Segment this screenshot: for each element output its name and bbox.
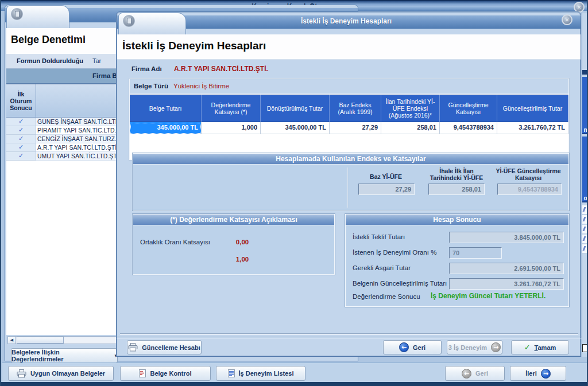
deneyim-orani-field[interactable]: 70 <box>449 247 502 259</box>
field-label: Yİ-ÜFE Güncelleştirme Katsayısı <box>494 167 563 181</box>
asgari-tutar-label: Gerekli Asgari Tutar <box>353 264 411 271</box>
form-bar-fragment: Tar <box>92 57 101 64</box>
clipped-header-fragment: o <box>582 137 588 202</box>
column-header[interactable]: Güncelleştirme Katsayısı <box>440 95 497 122</box>
window-frame-bottom <box>1 382 588 386</box>
guncelleme-hesabi-button[interactable]: Güncelleme Hesabı <box>127 340 202 354</box>
column-header[interactable]: Dönüştürülmüş Tutar <box>261 95 330 122</box>
belge-turu-bar: Belge Türü Yüklenici İş Bitirme <box>130 79 568 94</box>
belge-turu-label: Belge Türü <box>134 83 168 89</box>
is-deneyim-dialog: İstekli İş Deneyim Hesapları ✕ İstekli İ… <box>116 11 581 357</box>
dialog-heading: İstekli İş Deneyim Hesapları <box>122 40 266 52</box>
back-arrow-icon: ← <box>462 369 471 379</box>
check-icon: ✓ <box>6 118 36 126</box>
check-icon: ✓ <box>6 152 36 161</box>
asgari-tutar-field[interactable]: 2.691.500,00 TL <box>449 263 564 274</box>
ortaklik-orani-value: 0,00 <box>225 239 260 245</box>
geri-nav-button[interactable]: ← Geri <box>445 366 505 381</box>
table-cell[interactable]: 345.000,00 TL <box>261 122 330 134</box>
komisyon-window: Komisyon Kapalı Oturumu ✕ Belge Denetimi… <box>0 0 588 386</box>
background-window-edge: n o <box>582 13 588 357</box>
column-header[interactable]: İlan Tarihindeki Yİ-ÜFE Endeksi (Ağustos… <box>381 95 440 122</box>
column-header[interactable]: Belge Tutarı <box>130 95 202 122</box>
hesap-sonucu-section: Hesap Sonucu İstekli Teklif Tutarı 3.845… <box>345 214 569 307</box>
uygun-olmayan-belgeler-button[interactable]: Uygun Olmayan Belgeler <box>8 366 114 381</box>
table-cell[interactable]: 3.261.760,72 TL <box>497 122 568 134</box>
belge-turu-value: Yüklenici İş Bitirme <box>173 83 229 89</box>
table-cell[interactable]: 258,01 <box>381 122 440 134</box>
check-icon: ✓ <box>6 143 36 152</box>
form-bar-label: Formun Doldurulduğu <box>17 57 83 64</box>
divider <box>120 333 578 335</box>
table-cell[interactable]: 9,4543788934 <box>440 122 497 134</box>
column-header[interactable]: Baz Endeks (Aralık 1999) <box>330 95 381 122</box>
is-deneyim-nav-button[interactable]: 3 İş Deneyim → <box>447 340 502 354</box>
firma-adi-label: Firma Adı <box>131 65 162 72</box>
katsayi-value: 1,00 <box>225 256 260 263</box>
dialog-title: İstekli İş Deneyim Hesapları <box>185 17 507 25</box>
sonuc-label: Değerlendirme Sonucu <box>353 293 420 300</box>
ilan-yiufe-field[interactable]: 258,01 <box>428 184 485 195</box>
guncel-tutar-field[interactable]: 3.261.760,72 TL <box>449 278 564 290</box>
table-cell[interactable]: 1,000 <box>202 122 261 134</box>
guncel-tutar-label: Belgenin Güncelleştirilmiş Tutarı <box>353 280 447 287</box>
check-icon: ✓ <box>6 126 36 135</box>
teklif-tutari-field[interactable]: 3.845.000,00 TL <box>449 232 564 243</box>
teklif-tutari-label: İstekli Teklif Tutarı <box>353 233 405 240</box>
endeks-section: Hesaplamada Kullanılan Endeks ve Katsayı… <box>133 153 569 210</box>
close-icon[interactable]: ✕ <box>562 14 572 25</box>
page-title: Belge Denetimi <box>11 34 86 46</box>
column-header-ilk-oturum[interactable]: İlk Oturum Sonucu <box>6 84 36 118</box>
table-cell-selected[interactable]: 345.000,00 TL <box>130 122 202 134</box>
window-doc-icon <box>11 8 23 20</box>
bottom-toolbar: Uygun Olmayan Belgeler Belge Kontrol İş … <box>2 362 588 382</box>
geri-button[interactable]: ← Geri <box>383 340 442 354</box>
dropdown-label: Belgelere İlişkin Değerlendirmeler <box>11 349 110 362</box>
scrollbar-thumb[interactable] <box>17 337 64 344</box>
ortaklik-orani-label: Ortaklık Oranı Katsayısı <box>140 239 210 245</box>
firma-adi-value: A.R.T YAPI SAN.TCİ.LTD.ŞTİ. <box>174 65 268 73</box>
belge-table: Belge Tutarı Değerlendirme Katsayısı (*)… <box>130 95 568 136</box>
status-badge: İş Deneyim Güncel Tutarı YETERLİ. <box>431 292 546 300</box>
firma-group-header-fragment: Firma B <box>92 72 117 79</box>
is-deneyim-listesi-button[interactable]: İş Deneyim Listesi <box>216 366 305 381</box>
document-icon <box>139 369 146 377</box>
baz-yiufe-field[interactable]: 27,29 <box>358 184 415 195</box>
deneyim-orani-label: İstenen İş Deneyimi Oranı % <box>353 249 436 256</box>
check-icon: ✓ <box>6 135 36 143</box>
forward-arrow-icon: → <box>491 342 501 352</box>
printer-icon <box>17 369 26 378</box>
hesap-section-title: Hesap Sonucu <box>346 215 568 225</box>
column-header[interactable]: Güncelleştirilmiş Tutar <box>497 95 568 122</box>
tamam-button[interactable]: ✓ Tamam <box>511 340 569 354</box>
katsayi-section: (*) Değerlendirme Katsayısı Açıklaması O… <box>133 214 335 275</box>
guncellestirme-katsayisi-field[interactable]: 9,4543788934 <box>497 184 562 195</box>
degerlendirmeler-dropdown-button[interactable]: Belgelere İlişkin Değerlendirmeler ▾ <box>11 348 118 363</box>
divider <box>347 167 348 208</box>
field-label: İhale İlk İlan Tarihindeki Yİ-ÜFE <box>425 167 488 181</box>
forward-arrow-icon: → <box>541 369 551 379</box>
check-icon: ✓ <box>524 343 531 352</box>
dialog-heading-strip: İstekli İş Deneyim Hesapları <box>117 34 581 60</box>
list-document-icon <box>228 369 235 377</box>
table-cell[interactable]: 27,29 <box>330 122 381 134</box>
clipped-header-fragment: n <box>582 77 588 134</box>
katsayi-section-title: (*) Değerlendirme Katsayısı Açıklaması <box>133 215 334 225</box>
divider <box>117 337 582 338</box>
printer-icon <box>128 343 138 352</box>
back-arrow-icon: ← <box>399 342 409 352</box>
window-doc-icon <box>123 15 135 27</box>
column-header[interactable]: Değerlendirme Katsayısı (*) <box>202 95 261 122</box>
endeks-section-title: Hesaplamada Kullanılan Endeks ve Katsayı… <box>133 154 568 165</box>
field-label: Baz Yİ-ÜFE <box>356 173 416 180</box>
belge-panel: Belge Türü Yüklenici İş Bitirme Belge Tu… <box>129 79 569 160</box>
scroll-left-icon[interactable]: ◀ <box>8 337 16 344</box>
belge-kontrol-button[interactable]: Belge Kontrol <box>120 366 211 381</box>
ileri-nav-button[interactable]: İleri → <box>510 366 566 381</box>
